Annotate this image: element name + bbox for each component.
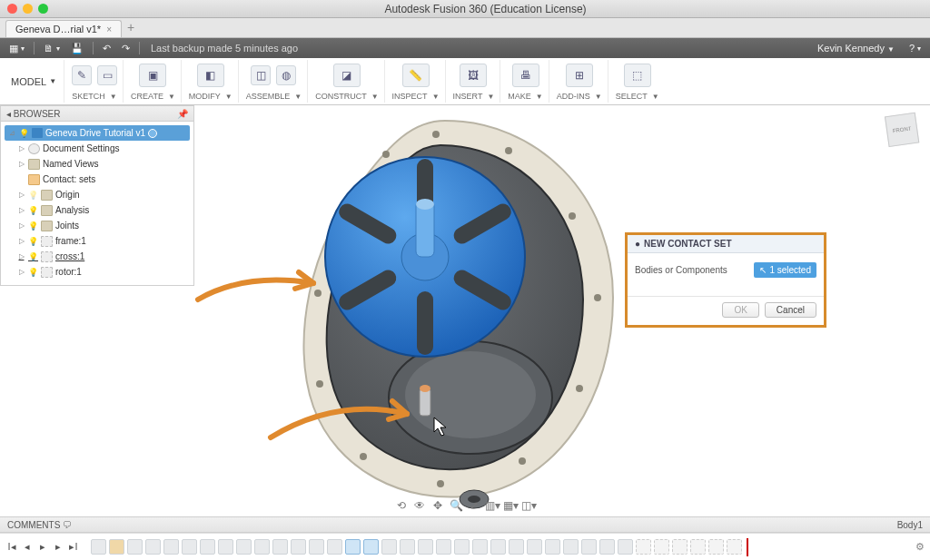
model-3d-preview[interactable] bbox=[236, 107, 654, 516]
joint-icon[interactable]: ◍ bbox=[276, 65, 296, 85]
timeline-feature[interactable] bbox=[708, 539, 724, 555]
select-icon[interactable]: ⬚ bbox=[624, 64, 651, 87]
measure-icon[interactable]: 📏 bbox=[402, 64, 430, 87]
new-tab-button[interactable]: + bbox=[122, 17, 140, 37]
close-window-icon[interactable] bbox=[7, 4, 17, 14]
file-menu-button[interactable]: 🗎▾ bbox=[40, 41, 64, 55]
new-component-icon[interactable]: ◫ bbox=[251, 65, 271, 85]
ribbon-label-construct[interactable]: CONSTRUCT▼ bbox=[315, 92, 378, 101]
ok-button[interactable]: OK bbox=[722, 302, 758, 318]
ribbon-label-create[interactable]: CREATE▼ bbox=[131, 92, 175, 101]
tree-item-origin[interactable]: ▷💡 Origin bbox=[1, 187, 193, 202]
timeline-feature[interactable] bbox=[291, 539, 306, 555]
insert-icon[interactable]: 🖼 bbox=[460, 64, 487, 87]
timeline-prev-button[interactable]: ◂ bbox=[21, 541, 34, 553]
viewport-menu-icon[interactable]: ◫▾ bbox=[522, 499, 535, 512]
tree-item-document-settings[interactable]: ▷ Document Settings bbox=[1, 141, 193, 156]
ribbon-label-sketch[interactable]: SKETCH▼ bbox=[72, 92, 116, 101]
timeline-feature[interactable] bbox=[436, 539, 451, 555]
ribbon-label-assemble[interactable]: ASSEMBLE▼ bbox=[246, 92, 302, 101]
timeline-feature[interactable] bbox=[236, 539, 252, 555]
data-panel-button[interactable]: ▦▾ bbox=[5, 41, 28, 56]
timeline-end-button[interactable]: ▸I bbox=[67, 541, 80, 553]
timeline-feature[interactable] bbox=[599, 539, 615, 555]
workspace-switcher[interactable]: MODEL▼ bbox=[4, 60, 64, 103]
tree-item-frame[interactable]: ▷💡 frame:1 bbox=[1, 233, 193, 249]
selection-chip[interactable]: ↖ 1 selected bbox=[754, 262, 816, 278]
ribbon-label-modify[interactable]: MODIFY▼ bbox=[189, 92, 232, 101]
orbit-icon[interactable]: ⟲ bbox=[395, 499, 408, 512]
timeline-feature[interactable] bbox=[581, 539, 597, 555]
timeline-feature[interactable] bbox=[527, 539, 542, 555]
timeline-feature[interactable] bbox=[163, 539, 179, 555]
timeline-feature[interactable] bbox=[636, 539, 651, 555]
grid-menu-icon[interactable]: ▦▾ bbox=[504, 499, 517, 512]
timeline-feature[interactable] bbox=[563, 539, 579, 555]
tree-item-joints[interactable]: ▷💡 Joints bbox=[1, 218, 193, 233]
ribbon-label-addins[interactable]: ADD-INS▼ bbox=[557, 92, 602, 101]
timeline-feature[interactable] bbox=[727, 539, 742, 555]
sketch-line-icon[interactable]: ✎ bbox=[72, 65, 92, 85]
timeline-feature[interactable] bbox=[490, 539, 506, 555]
timeline-feature[interactable] bbox=[454, 539, 470, 555]
ribbon-label-make[interactable]: MAKE▼ bbox=[508, 92, 542, 101]
undo-button[interactable]: ↶ bbox=[99, 41, 114, 56]
document-tab[interactable]: Geneva D…rial v1* × bbox=[5, 20, 122, 37]
tree-item-contact-sets[interactable]: Contact: sets bbox=[1, 172, 193, 187]
timeline-feature[interactable] bbox=[381, 539, 397, 555]
cancel-button[interactable]: Cancel bbox=[765, 302, 816, 318]
browser-panel-header[interactable]: ◂ BROWSER 📌 bbox=[0, 105, 194, 122]
timeline-feature[interactable] bbox=[672, 539, 688, 555]
timeline-feature[interactable] bbox=[327, 539, 342, 555]
viewcube[interactable]: FRONT bbox=[880, 108, 921, 149]
timeline-settings-button[interactable]: ⚙ bbox=[915, 541, 925, 553]
tree-item-cross[interactable]: ▷💡 cross:1 bbox=[1, 249, 193, 264]
timeline-feature[interactable] bbox=[182, 539, 197, 555]
sketch-rect-icon[interactable]: ▭ bbox=[97, 65, 117, 85]
timeline-feature[interactable] bbox=[400, 539, 415, 555]
user-menu[interactable]: Kevin Kennedy▼ bbox=[810, 41, 902, 55]
timeline-feature[interactable] bbox=[145, 539, 161, 555]
timeline-feature[interactable] bbox=[363, 539, 379, 555]
timeline-feature[interactable] bbox=[272, 539, 288, 555]
maximize-window-icon[interactable] bbox=[38, 4, 48, 14]
timeline-feature[interactable] bbox=[127, 539, 143, 555]
minimize-window-icon[interactable] bbox=[23, 4, 33, 14]
timeline-feature[interactable] bbox=[200, 539, 215, 555]
press-pull-icon[interactable]: ◧ bbox=[197, 64, 224, 87]
timeline-next-button[interactable]: ▸ bbox=[52, 541, 64, 553]
timeline-feature[interactable] bbox=[654, 539, 669, 555]
ribbon-label-inspect[interactable]: INSPECT▼ bbox=[392, 92, 440, 101]
ribbon-label-select[interactable]: SELECT▼ bbox=[616, 92, 659, 101]
comments-bar[interactable]: COMMENTS 🗩 Body1 bbox=[0, 516, 930, 533]
close-tab-icon[interactable]: × bbox=[106, 25, 112, 34]
extrude-icon[interactable]: ▣ bbox=[139, 64, 166, 87]
tree-root[interactable]: ⊿💡 Geneva Drive Tutorial v1 bbox=[5, 125, 190, 141]
print-3d-icon[interactable]: 🖶 bbox=[512, 64, 539, 87]
tree-item-rotor[interactable]: ▷💡 rotor:1 bbox=[1, 264, 193, 280]
tree-item-analysis[interactable]: ▷💡 Analysis bbox=[1, 202, 193, 218]
timeline-feature[interactable] bbox=[309, 539, 324, 555]
plane-icon[interactable]: ◪ bbox=[333, 64, 361, 87]
zoom-icon[interactable]: 🔍 bbox=[450, 499, 462, 512]
timeline-play-button[interactable]: ▸ bbox=[36, 541, 49, 553]
fit-icon[interactable]: ⤢ bbox=[468, 499, 480, 512]
timeline-feature[interactable] bbox=[418, 539, 433, 555]
pan-icon[interactable]: ✥ bbox=[431, 499, 444, 512]
timeline-feature[interactable] bbox=[109, 539, 124, 555]
timeline-feature[interactable] bbox=[254, 539, 270, 555]
redo-button[interactable]: ↷ bbox=[118, 41, 134, 56]
help-button[interactable]: ?▾ bbox=[905, 41, 925, 55]
display-menu-icon[interactable]: ▥▾ bbox=[486, 499, 499, 512]
timeline-start-button[interactable]: I◂ bbox=[5, 541, 18, 553]
activate-component-icon[interactable] bbox=[148, 129, 157, 138]
timeline-feature[interactable] bbox=[618, 539, 633, 555]
timeline-feature[interactable] bbox=[545, 539, 560, 555]
ribbon-label-insert[interactable]: INSERT▼ bbox=[453, 92, 495, 101]
look-icon[interactable]: 👁 bbox=[413, 499, 426, 512]
timeline-feature[interactable] bbox=[345, 539, 361, 555]
addins-icon[interactable]: ⊞ bbox=[566, 64, 593, 87]
timeline-feature[interactable] bbox=[472, 539, 488, 555]
pin-icon[interactable]: 📌 bbox=[177, 109, 188, 119]
save-button[interactable]: 💾 bbox=[67, 41, 87, 56]
